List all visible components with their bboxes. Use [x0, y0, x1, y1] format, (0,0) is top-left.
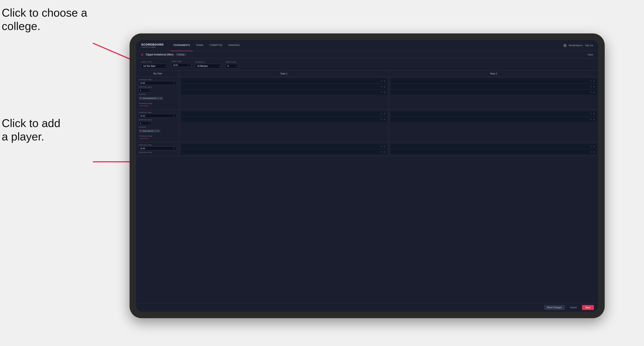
player-slot-g3-t2-1[interactable]: ✕ ⊕ — [391, 144, 597, 149]
sub-header: C Clippd Invitational (Men) Hosting ‹ Ba… — [136, 51, 598, 58]
nav-tournaments[interactable]: TOURNAMENTS — [170, 40, 193, 51]
add-slot-icon[interactable]: ⊕ — [384, 112, 385, 115]
remove-slot-icon[interactable]: ✕ — [590, 91, 592, 93]
team2-panel-3: ✕ ⊕ ✕ ⊕ — [389, 142, 598, 156]
user-email: blair@clippd.io — [569, 44, 583, 47]
player-slot-1-1[interactable]: ✕ ⊕ — [181, 79, 387, 83]
player-slot-t1-1[interactable]: ✕ ⊕ — [181, 111, 387, 116]
add-slot-icon[interactable]: ⊕ — [593, 145, 595, 148]
st-input-2[interactable]: 10:10 ⏱ — [139, 114, 176, 118]
add-slot-icon[interactable]: ⊕ — [593, 91, 595, 93]
cancel-button[interactable]: Cancel — [567, 305, 580, 310]
team1-panel-3: ✕ ⊕ ✕ ⊕ — [179, 142, 389, 156]
remove-slot-icon[interactable]: ✕ — [590, 80, 592, 82]
course-options-2[interactable]: ⊕ — [157, 130, 159, 132]
tablet-device: SCOREBOARD Powered by clippd TOURNAMENTS… — [130, 33, 605, 318]
remove-course-2[interactable]: ✕ — [155, 130, 156, 132]
st-input-3[interactable]: 10:20 ⏱ — [139, 147, 176, 150]
course-badge-2[interactable]: 🏌 East Lake GC ✕ ⊕ — [139, 129, 160, 133]
reset-button[interactable]: Reset Changes — [544, 305, 565, 310]
intervals-group: Intervals 10 Minutes ▾ — [195, 61, 221, 68]
sh-input-1[interactable]: 1 ⇅ — [139, 88, 152, 92]
tablet-screen: SCOREBOARD Powered by clippd TOURNAMENTS… — [136, 40, 598, 312]
add-slot-icon[interactable]: ⊕ — [384, 118, 385, 120]
remove-slot-icon[interactable]: ✕ — [380, 112, 382, 115]
remove-slot-icon[interactable]: ✕ — [590, 85, 592, 88]
start-time-label: Start Time — [172, 60, 191, 62]
player-slot-t1-2[interactable]: ✕ ⊕ — [181, 117, 387, 122]
player-slot-g3-t1-1[interactable]: ✕ ⊕ — [181, 144, 387, 149]
player-slot-2-3[interactable]: ✕ ⊕ — [391, 90, 597, 94]
course-label-1: COURSE: — [139, 94, 176, 95]
remove-slot-icon[interactable]: ✕ — [380, 85, 382, 88]
nav-teams[interactable]: TEAMS — [193, 40, 206, 51]
group-size-select[interactable]: 3 — [226, 64, 238, 68]
remove-group-1[interactable]: ⊖ Remove Group — [139, 102, 176, 104]
sh-label-3: STARTING HOLE: — [139, 152, 176, 153]
player-slot-1-3[interactable]: ✕ ⊕ — [181, 90, 387, 94]
player-slot-t2-2[interactable]: ✕ ⊕ — [391, 117, 597, 122]
add-slot-icon[interactable]: ⊕ — [384, 80, 385, 82]
remove-slot-icon[interactable]: ✕ — [380, 91, 382, 93]
remove-slot-icon[interactable]: ✕ — [590, 151, 592, 153]
clock-icon-2: ⏱ — [173, 115, 175, 117]
team2-panel-1: ✕ ⊕ ✕ ⊕ ✕ ⊕ — [389, 77, 598, 109]
course-badge-wrapper-1: 🏌 (A) Peachtree GC ✕ ⊕ — [139, 96, 176, 101]
event-name: Clippd Invitational (Men) — [146, 53, 174, 56]
add-slot-icon[interactable]: ⊕ — [593, 112, 595, 115]
right-panels-2: ✕ ⊕ ✕ ⊕ ✕ ⊕ ✕ — [179, 110, 598, 142]
course-badge-1[interactable]: 🏌 (A) Peachtree GC ✕ ⊕ — [139, 97, 163, 100]
remove-slot-icon[interactable]: ✕ — [380, 145, 382, 148]
nav-rankings[interactable]: RANKINGS — [225, 40, 242, 51]
add-slot-icon[interactable]: ⊕ — [593, 151, 595, 153]
course-name-2: East Lake GC — [143, 130, 154, 132]
group-row-3: STARTING TIME: 10:20 ⏱ STARTING HOLE: ✕ … — [136, 142, 598, 156]
remove-slot-icon[interactable]: ✕ — [590, 145, 592, 148]
remove-slot-icon[interactable]: ✕ — [590, 118, 592, 120]
team1-panel-1: ✕ ⊕ ✕ ⊕ ✕ ⊕ — [179, 77, 389, 109]
th-team2: Team 2 — [389, 71, 598, 77]
annotation-add-player: Click to adda player. — [2, 117, 60, 144]
remove-slot-icon[interactable]: ✕ — [380, 151, 382, 153]
st-label-2: STARTING TIME: — [139, 112, 176, 113]
add-slot-icon[interactable]: ⊕ — [384, 151, 385, 153]
back-button[interactable]: ‹ Back — [587, 53, 593, 56]
course-name-1: (A) Peachtree GC — [143, 97, 157, 99]
group-size-wrapper: 3 ▾ — [226, 64, 238, 68]
player-slot-t2-1[interactable]: ✕ ⊕ — [391, 111, 597, 116]
add-slot-icon[interactable]: ⊕ — [384, 145, 385, 148]
start-time-input[interactable]: 10:00 ⏱ — [172, 63, 191, 67]
th-team1: Team 1 — [179, 71, 389, 77]
add-slot-icon[interactable]: ⊕ — [593, 80, 595, 82]
sh-input-2[interactable]: 1 ⇅ — [139, 121, 152, 125]
player-slot-1-2[interactable]: ✕ ⊕ — [181, 84, 387, 89]
start-type-select[interactable]: 1st Tee Start — [141, 64, 167, 68]
player-slot-g3-t2-2[interactable]: ✕ ⊕ — [391, 150, 597, 154]
sh-arrows-1: ⇅ — [148, 90, 150, 91]
add-slot-icon[interactable]: ⊕ — [593, 118, 595, 120]
nav-committee[interactable]: COMMITTEE — [206, 40, 225, 51]
remove-slot-icon[interactable]: ✕ — [590, 112, 592, 115]
add-group-2[interactable]: + Add Group — [139, 137, 176, 139]
player-slot-g3-t1-2[interactable]: ✕ ⊕ — [181, 150, 387, 154]
intervals-select[interactable]: 10 Minutes — [195, 64, 221, 68]
add-slot-icon[interactable]: ⊕ — [384, 91, 385, 93]
top-nav: SCOREBOARD Powered by clippd TOURNAMENTS… — [136, 40, 598, 51]
remove-course-1[interactable]: ✕ — [158, 97, 160, 99]
left-panel-1: STARTING TIME: 10:00 ⏱ STARTING HOLE: 1 … — [136, 77, 179, 109]
save-button[interactable]: Save — [582, 305, 594, 310]
player-slot-2-2[interactable]: ✕ ⊕ — [391, 84, 597, 89]
remove-slot-icon[interactable]: ✕ — [380, 118, 382, 120]
table-header: Tee Time Team 1 Team 2 — [136, 71, 598, 77]
remove-group-2[interactable]: ⊖ Remove Group — [139, 135, 176, 137]
course-options-1[interactable]: ⊕ — [160, 97, 162, 99]
player-slot-2-1[interactable]: ✕ ⊕ — [391, 79, 597, 83]
add-slot-icon[interactable]: ⊕ — [384, 85, 385, 88]
sign-out-link[interactable]: Sign out — [585, 44, 593, 47]
st-input-1[interactable]: 10:00 ⏱ — [139, 81, 176, 85]
add-slot-icon[interactable]: ⊕ — [593, 85, 595, 88]
add-group-1[interactable]: + Add Group — [139, 105, 176, 107]
sh-arrows-2: ⇅ — [148, 122, 150, 124]
course-icon-1: 🏌 — [140, 97, 142, 99]
remove-slot-icon[interactable]: ✕ — [380, 80, 382, 82]
